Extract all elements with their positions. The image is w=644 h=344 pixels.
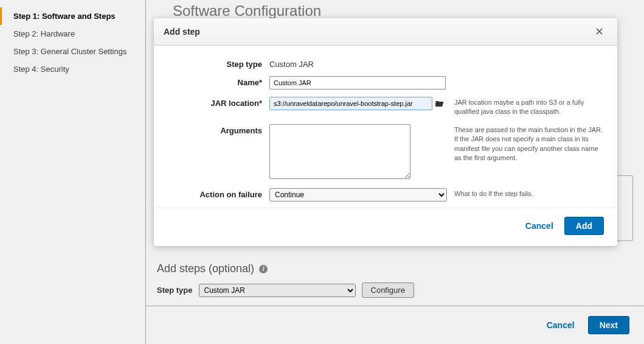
arguments-textarea[interactable] xyxy=(269,124,410,179)
sidebar-step-4[interactable]: Step 4: Security xyxy=(0,60,145,78)
configure-button[interactable]: Configure xyxy=(362,283,414,298)
close-icon[interactable]: ✕ xyxy=(591,26,608,38)
step-type-label: Step type xyxy=(157,286,193,295)
page-cancel-button[interactable]: Cancel xyxy=(542,316,580,334)
add-step-modal: Add step ✕ Step type Custom JAR Name* JA… xyxy=(154,18,617,246)
action-on-failure-field-label: Action on failure xyxy=(165,188,262,199)
arguments-field-label: Arguments xyxy=(165,124,262,135)
modal-footer: Cancel Add xyxy=(154,208,617,246)
sidebar-step-3[interactable]: Step 3: General Cluster Settings xyxy=(0,43,145,60)
modal-cancel-button[interactable]: Cancel xyxy=(521,217,558,234)
action-on-failure-select[interactable]: Continue xyxy=(269,188,447,202)
name-field-label: Name* xyxy=(165,76,262,87)
add-steps-section: Add steps (optional) i Step type Custom … xyxy=(146,243,644,315)
page-footer: Cancel Next xyxy=(146,306,644,344)
jar-location-input[interactable] xyxy=(269,97,432,110)
modal-title: Add step xyxy=(164,27,200,37)
info-icon[interactable]: i xyxy=(259,265,268,273)
steps-heading: Add steps (optional) xyxy=(157,262,254,275)
modal-header: Add step ✕ xyxy=(154,18,617,46)
page-next-button[interactable]: Next xyxy=(588,316,629,334)
jar-location-help: JAR location maybe a path into S3 or a f… xyxy=(454,97,606,117)
step-type-field-label: Step type xyxy=(165,58,262,69)
step-type-select[interactable]: Custom JAR xyxy=(199,284,356,297)
jar-location-field-label: JAR location* xyxy=(165,97,262,108)
step-type-value: Custom JAR xyxy=(269,58,447,69)
sidebar-step-1[interactable]: Step 1: Software and Steps xyxy=(0,7,145,25)
arguments-help: These are passed to the main function in… xyxy=(454,124,606,163)
action-on-failure-help: What to do if the step fails. xyxy=(454,188,606,198)
sidebar-step-2[interactable]: Step 2: Hardware xyxy=(0,25,145,43)
modal-add-button[interactable]: Add xyxy=(564,217,604,235)
wizard-sidebar: Step 1: Software and Steps Step 2: Hardw… xyxy=(0,0,146,344)
name-input[interactable] xyxy=(269,76,446,90)
folder-open-icon[interactable] xyxy=(435,99,445,108)
